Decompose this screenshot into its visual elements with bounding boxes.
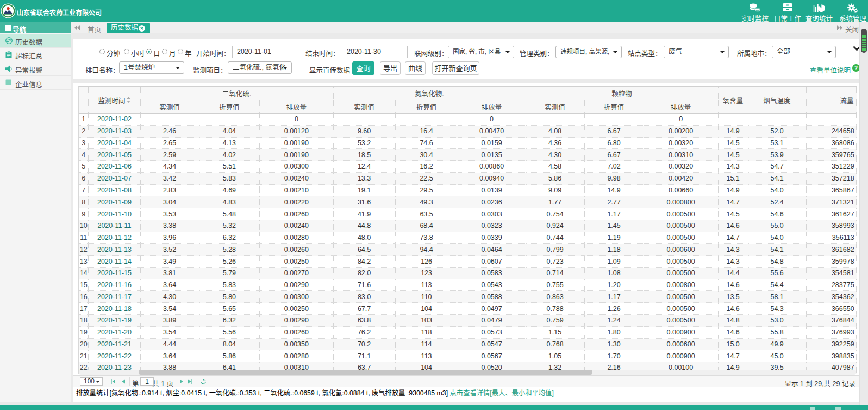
svg-text:?: ? xyxy=(854,65,858,71)
